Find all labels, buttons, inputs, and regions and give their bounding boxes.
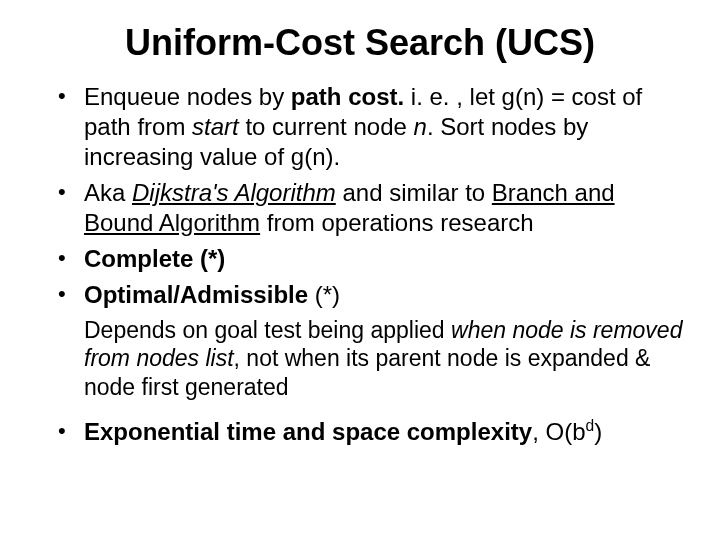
bullet-complete: Complete (*): [64, 244, 684, 274]
note-depends: Depends on goal test being applied when …: [84, 316, 684, 401]
text-italic: n: [414, 113, 427, 140]
text: , O(b: [532, 418, 585, 445]
text: and similar to: [336, 179, 492, 206]
bullet-enqueue: Enqueue nodes by path cost. i. e. , let …: [64, 82, 684, 172]
text: (*): [308, 281, 340, 308]
text: from operations research: [260, 209, 533, 236]
bullet-complexity: Exponential time and space complexity, O…: [64, 417, 684, 447]
bullet-aka: Aka Dijkstra's Algorithm and similar to …: [64, 178, 684, 238]
bullet-list: Enqueue nodes by path cost. i. e. , let …: [36, 82, 684, 310]
text-bold: path cost.: [291, 83, 404, 110]
superscript: d: [585, 417, 594, 434]
slide-title: Uniform-Cost Search (UCS): [36, 22, 684, 64]
text-italic: start: [192, 113, 239, 140]
slide: Uniform-Cost Search (UCS) Enqueue nodes …: [0, 0, 720, 540]
text: Aka: [84, 179, 132, 206]
text-bold: Optimal/Admissible: [84, 281, 308, 308]
text: Enqueue nodes by: [84, 83, 291, 110]
text: Depends on goal test being applied: [84, 317, 451, 343]
text-bold: Complete (*): [84, 245, 225, 272]
bullet-optimal: Optimal/Admissible (*): [64, 280, 684, 310]
text-bold: Exponential time and space complexity: [84, 418, 532, 445]
text: to current node: [239, 113, 414, 140]
bullet-list-2: Exponential time and space complexity, O…: [36, 417, 684, 447]
link-dijkstra: Dijkstra's Algorithm: [132, 179, 336, 206]
text: ): [594, 418, 602, 445]
